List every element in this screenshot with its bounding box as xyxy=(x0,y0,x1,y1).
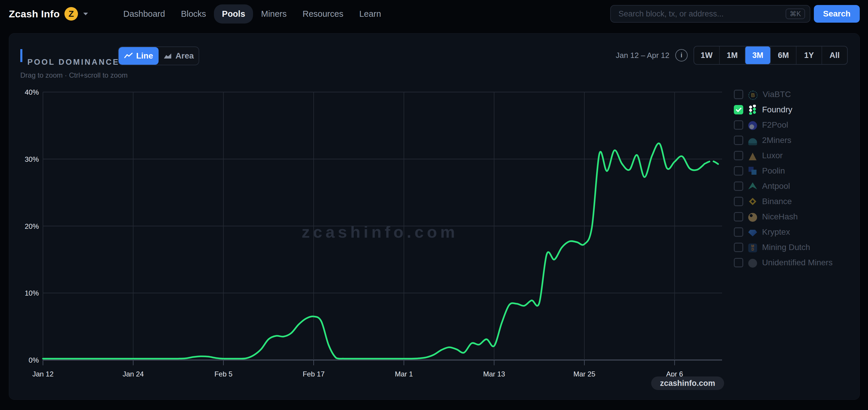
legend-item-binance[interactable]: Binance xyxy=(734,194,833,209)
legend-item-foundry[interactable]: Foundry xyxy=(734,102,833,117)
x-axis-label: Feb 5 xyxy=(215,370,232,378)
unchecked-checkbox[interactable] xyxy=(734,212,743,221)
legend-label: Poolin xyxy=(762,166,785,176)
legend-label: Foundry xyxy=(762,105,793,115)
x-axis-label: Jan 12 xyxy=(32,370,54,378)
nav-item-pools[interactable]: Pools xyxy=(214,4,253,24)
pool-icon-letters: MD xyxy=(751,245,754,251)
unchecked-checkbox[interactable] xyxy=(734,166,743,176)
x-axis-label: Mar 25 xyxy=(574,370,595,378)
legend-item-poolin[interactable]: Poolin xyxy=(734,163,833,179)
legend-item-mining-dutch[interactable]: MDMining Dutch xyxy=(734,240,833,255)
2miners-pool-icon xyxy=(748,138,757,145)
unchecked-checkbox[interactable] xyxy=(734,182,743,191)
unidentified-miners-pool-icon xyxy=(748,259,757,267)
foundry-pool-icon xyxy=(748,105,757,115)
legend-label: Luxor xyxy=(762,151,783,160)
legend-item-viabtc[interactable]: ViaBTC xyxy=(734,87,833,102)
x-axis-label: Jan 24 xyxy=(123,370,144,378)
binance-pool-icon xyxy=(748,196,757,207)
legend-item-2miners[interactable]: 2Miners xyxy=(734,133,833,148)
legend-label: Mining Dutch xyxy=(762,243,810,252)
foundry-series-line xyxy=(43,143,705,358)
legend-label: Binance xyxy=(762,197,792,206)
x-axis-label: Mar 1 xyxy=(395,370,413,378)
antpool-pool-icon xyxy=(748,182,757,191)
legend-label: 2Miners xyxy=(762,135,792,145)
y-axis-label: 40% xyxy=(25,88,39,96)
y-axis-label: 30% xyxy=(25,155,39,163)
checked-checkbox[interactable] xyxy=(734,105,743,115)
f2pool-pool-icon xyxy=(748,121,757,130)
legend-label: ViaBTC xyxy=(763,90,791,99)
y-axis-label: 0% xyxy=(29,356,39,364)
unchecked-checkbox[interactable] xyxy=(734,120,743,130)
zcash-coin-icon: Z xyxy=(64,7,78,21)
luxor-pool-icon xyxy=(748,152,757,161)
brand[interactable]: Zcash Info Z xyxy=(9,0,88,28)
nav-item-learn[interactable]: Learn xyxy=(351,4,389,24)
chevron-down-icon[interactable] xyxy=(83,13,88,15)
unchecked-checkbox[interactable] xyxy=(734,258,743,267)
dominance-chart[interactable]: 0%10%20%30%40%Jan 12Jan 24Feb 5Feb 17Mar… xyxy=(9,34,860,400)
main-menu: DashboardBlocksPoolsMinersResourcesLearn xyxy=(115,0,389,28)
top-nav-bar: Zcash Info Z DashboardBlocksPoolsMinersR… xyxy=(0,0,868,28)
legend-label: Antpool xyxy=(762,182,790,191)
legend-item-f2pool[interactable]: F2Pool xyxy=(734,117,833,133)
kbd-shortcut-badge: ⌘K xyxy=(785,8,805,19)
legend-label: F2Pool xyxy=(762,120,788,130)
viabtc-pool-icon xyxy=(748,91,758,100)
unchecked-checkbox[interactable] xyxy=(734,243,743,252)
search-input[interactable] xyxy=(610,5,810,23)
site-badge: zcashinfo.com xyxy=(651,376,724,390)
unchecked-checkbox[interactable] xyxy=(734,197,743,206)
legend-item-nicehash[interactable]: NiceHash xyxy=(734,209,833,224)
pool-dominance-card: POOL DOMINANCE LineArea Jan 12 – Apr 12 … xyxy=(9,33,860,400)
nav-item-blocks[interactable]: Blocks xyxy=(173,4,214,24)
x-axis-label: Feb 17 xyxy=(303,370,325,378)
legend-label: NiceHash xyxy=(762,212,798,221)
legend-item-kryptex[interactable]: Kryptex xyxy=(734,224,833,240)
foundry-series-line-latest-dashed xyxy=(705,161,720,165)
nav-item-resources[interactable]: Resources xyxy=(294,4,351,24)
search-button[interactable]: Search xyxy=(814,5,860,23)
legend-label: Kryptex xyxy=(762,227,790,237)
search-area: ⌘K Search xyxy=(610,5,860,23)
nav-item-dashboard[interactable]: Dashboard xyxy=(115,4,173,24)
x-axis-label: Mar 13 xyxy=(483,370,505,378)
y-axis-label: 10% xyxy=(25,289,39,297)
search-box: ⌘K xyxy=(610,5,810,23)
y-axis-label: 20% xyxy=(25,222,39,230)
nav-item-miners[interactable]: Miners xyxy=(253,4,294,24)
legend-label: Unidentified Miners xyxy=(762,258,833,267)
kryptex-pool-icon xyxy=(748,229,757,237)
pool-legend: ViaBTCFoundryF2Pool2MinersLuxorPoolinAnt… xyxy=(734,87,833,270)
poolin-pool-icon xyxy=(748,166,757,176)
chart-gridlines xyxy=(43,92,722,365)
nicehash-pool-icon xyxy=(748,213,757,222)
brand-title: Zcash Info xyxy=(9,8,60,20)
mining-dutch-pool-icon: MD xyxy=(748,244,757,252)
unchecked-checkbox[interactable] xyxy=(734,90,743,99)
unchecked-checkbox[interactable] xyxy=(734,227,743,237)
unchecked-checkbox[interactable] xyxy=(734,135,743,145)
legend-item-antpool[interactable]: Antpool xyxy=(734,179,833,194)
legend-item-unidentified-miners[interactable]: Unidentified Miners xyxy=(734,255,833,270)
legend-item-luxor[interactable]: Luxor xyxy=(734,148,833,163)
unchecked-checkbox[interactable] xyxy=(734,151,743,160)
